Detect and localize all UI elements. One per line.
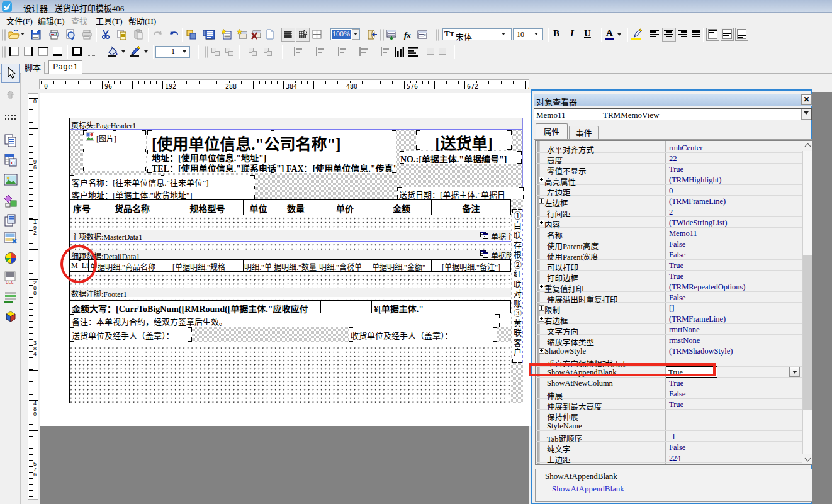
svg-text:CLC: CLC: [6, 280, 14, 284]
svg-text:fx: fx: [404, 30, 411, 40]
